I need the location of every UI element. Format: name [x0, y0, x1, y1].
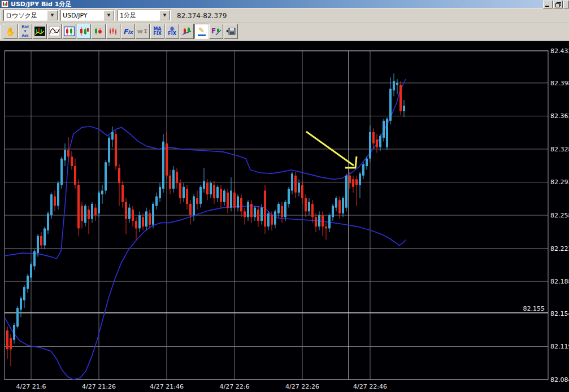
scale-icon: w↕	[137, 28, 148, 35]
x-axis-label: 4/27 21:6	[16, 383, 46, 390]
timeframe-select[interactable]: 1分足 ▼	[118, 10, 171, 21]
svg-text:F: F	[211, 27, 216, 35]
save-disk-icon	[225, 27, 236, 36]
y-axis-label: 82.154	[550, 310, 569, 317]
fibo-line-button[interactable]: F	[209, 24, 223, 39]
thin-candles-icon	[108, 27, 119, 36]
axis-fix-icon: 非FIX	[168, 27, 176, 36]
selector-toolbar: ロウソク足 ▼ USD/JPY ▼ 1分足 ▼ 82.374-82.379	[0, 8, 569, 23]
restore-button[interactable]	[553, 1, 563, 8]
chevron-down-icon[interactable]: ▼	[103, 10, 114, 20]
fix-icon: FFixix	[123, 28, 133, 36]
candle-trendline-icon	[181, 27, 192, 36]
y-axis-label: 82.328	[550, 146, 569, 153]
y-axis-label: 82.188	[550, 278, 569, 285]
fix-button[interactable]: FFixix	[121, 24, 135, 39]
x-axis-label: 4/27 22:46	[353, 383, 387, 390]
chart-plot-area[interactable]	[5, 51, 548, 380]
save-button[interactable]	[224, 24, 238, 39]
chart-type-value: ロウソク足	[4, 11, 37, 20]
y-axis-label: 82.258	[550, 212, 569, 219]
bid-ask-icon: Bid▼Ask	[21, 25, 29, 38]
candle-style-button[interactable]	[77, 24, 91, 39]
symbol-select[interactable]: USD/JPY ▼	[60, 10, 115, 21]
window-icon	[1, 1, 8, 7]
bid-ask-toggle-button[interactable]: Bid▼Ask	[18, 24, 32, 39]
oscillator-icon	[49, 27, 60, 36]
y-axis-label: 82.119	[550, 343, 569, 350]
f-trendline-icon: F	[211, 27, 221, 36]
hand-icon: ✋	[6, 28, 15, 36]
scale-button: w↕	[136, 24, 150, 39]
pencil-icon: ✎	[198, 27, 205, 34]
y-axis-label: 82.293	[550, 178, 569, 186]
chart-type-select[interactable]: ロウソク足 ▼	[3, 10, 59, 21]
icon-toolbar: ✋ Bid▼Ask FFixix w↕ MAFIX 非FIX	[0, 23, 569, 41]
y-axis-label: 82.363	[550, 112, 569, 120]
candlestick-icon	[64, 27, 75, 36]
title-bar[interactable]: USD/JPY Bid 1分足	[0, 0, 569, 8]
bid-ask-quote: 82.374-82.379	[177, 12, 227, 20]
ma-fix-button[interactable]: MAFIX	[150, 24, 164, 39]
symbol-value: USD/JPY	[61, 12, 88, 19]
y-axis-label: 82.084	[550, 376, 569, 384]
x-axis-label: 4/27 21:46	[150, 383, 184, 390]
chart-window-button[interactable]	[33, 24, 47, 39]
timeframe-value: 1分足	[118, 11, 136, 20]
mini-chart-icon	[34, 27, 45, 36]
y-axis-label: 82.223	[550, 245, 569, 252]
close-button[interactable]	[563, 1, 569, 8]
minimize-icon	[545, 6, 549, 7]
bar-chart-button[interactable]	[92, 24, 106, 39]
ma-fix-icon: MAFIX	[153, 27, 162, 36]
y-axis-label: 82.398	[550, 80, 569, 87]
app-window: { "window": { "title": "USD/JPY Bid 1分足"…	[0, 0, 569, 392]
pan-tool-button[interactable]: ✋	[3, 24, 18, 39]
x-axis-label: 4/27 22:26	[285, 383, 319, 390]
window-title: USD/JPY Bid 1分足	[11, 1, 71, 8]
chevron-down-icon[interactable]: ▼	[159, 10, 170, 20]
trend-candle-button[interactable]	[180, 24, 194, 39]
chevron-down-icon[interactable]: ▼	[47, 10, 58, 20]
oscillator-button[interactable]	[47, 24, 62, 39]
minimize-button[interactable]	[543, 1, 553, 8]
candle-chart-button[interactable]	[62, 24, 76, 39]
y-axis-label: 82.432	[550, 47, 569, 55]
x-axis-label: 4/27 22:6	[220, 383, 250, 390]
bar-candles-icon	[93, 27, 104, 36]
axis-fix-button[interactable]: 非FIX	[165, 24, 179, 39]
price-chart[interactable]: 82.43282.39882.36382.32882.29382.25882.2…	[0, 0, 569, 392]
line-chart-button[interactable]	[106, 24, 120, 39]
candles-icon	[79, 27, 89, 36]
draw-tool-button[interactable]: ✎	[194, 24, 209, 39]
x-axis-label: 4/27 21:26	[82, 383, 116, 390]
